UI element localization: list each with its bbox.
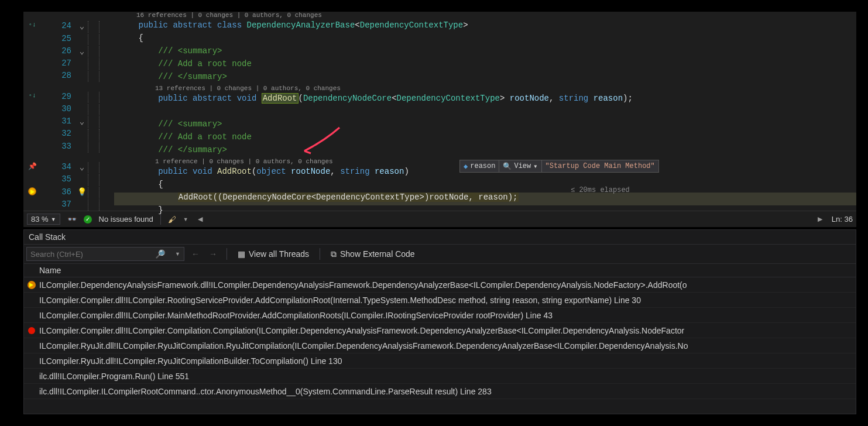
chevron-down-icon[interactable]: ▼ [51,217,56,222]
stack-frame[interactable]: ILCompiler.Compiler.dll!ILCompiler.MainM… [24,308,856,323]
code-area[interactable]: ◦↓ 24 ⌄ 25 26⌄ 27 28 ◦↓ 29 3 [23,12,856,211]
stack-frame[interactable]: ILCompiler.Compiler.dll!ILCompiler.Rooti… [24,293,856,308]
nav-forward-icon[interactable]: → [207,249,219,259]
call-stack-search[interactable]: 🔎 ▼ [26,247,184,261]
code-text[interactable]: 16 references | 0 changes | 0 authors, 0… [114,12,856,211]
perf-tip[interactable]: ≤ 20ms elapsed [571,186,630,194]
stack-frame[interactable]: ILCompiler.Compiler.dll!ILCompiler.Compi… [24,323,856,338]
implements-glyph[interactable]: ◦↓ [28,92,36,99]
threads-icon: ▦ [238,249,245,259]
line-number: 36 [41,187,76,197]
line-number: 29 [41,92,76,101]
stack-frame[interactable]: ILCompiler.RyuJit.dll!ILCompiler.RyuJitC… [24,353,856,369]
stack-frame-text: ILCompiler.RyuJit.dll!ILCompiler.RyuJitC… [37,356,342,366]
chevron-down-icon[interactable]: ▼ [175,251,180,257]
call-stack-toolbar: 🔎 ▼ ← → ▦View all Threads ⧉Show External… [24,245,856,264]
debugger-datatip[interactable]: ◆reason 🔍View▾ "Startup Code Main Method… [459,160,659,173]
line-number: 37 [41,200,76,209]
search-icon[interactable]: 🔎 [155,249,165,259]
line-number: 24 [41,21,76,30]
line-number: 25 [41,34,76,43]
lightbulb-icon[interactable]: 💡 [77,188,87,197]
breakpoint-glyph[interactable] [28,327,35,334]
external-code-icon: ⧉ [331,249,337,259]
line-number: 27 [41,59,76,68]
chevron-down-icon[interactable]: ▾ [533,162,537,171]
nav-back-icon[interactable]: ← [189,249,202,259]
stack-frame-text: ilc.dll!ILCompiler.ILCompilerRootCommand… [37,387,492,396]
search-icon[interactable]: 🔍 [503,162,512,171]
no-issues-icon: ✓ [84,215,92,224]
call-stack-rows: ILCompiler.DependencyAnalysisFramework.d… [24,277,856,414]
stack-frame-text: ILCompiler.Compiler.dll!ILCompiler.MainM… [37,311,553,320]
stack-frame-text: ILCompiler.Compiler.dll!ILCompiler.Rooti… [37,296,641,305]
stack-frame[interactable]: ilc.dll!ILCompiler.ILCompilerRootCommand… [24,384,856,399]
view-all-threads-button[interactable]: ▦View all Threads [234,248,313,260]
stack-frame-text: ILCompiler.DependencyAnalysisFramework.d… [37,280,687,290]
implements-glyph[interactable]: ◦↓ [28,21,36,28]
panel-title: Call Stack [24,230,856,245]
status-icon[interactable]: 👓 [67,215,77,224]
line-number: 34 [41,162,76,171]
current-frame-glyph [28,281,36,289]
line-number: 35 [41,174,76,184]
field-icon: ◆ [464,162,468,171]
datatip-name: reason [470,162,495,170]
datatip-value: "Startup Code Main Method" [545,162,655,170]
code-editor-pane: ◦↓ 24 ⌄ 25 26⌄ 27 28 ◦↓ 29 3 [23,12,856,227]
line-number: 32 [41,129,76,138]
call-stack-window: Call Stack 🔎 ▼ ← → ▦View all Threads ⧉Sh… [23,229,856,414]
stack-frame-text: ilc.dll!ILCompiler.Program.Run() Line 55… [37,372,189,381]
codelens[interactable]: 16 references | 0 changes | 0 authors, 0… [114,12,856,20]
search-input[interactable] [30,250,147,259]
line-number: 31 [41,116,76,126]
stack-frame-text: ILCompiler.Compiler.dll!ILCompiler.Compi… [37,326,684,335]
current-statement-glyph[interactable] [28,187,36,195]
fold-toggle[interactable]: ⌄ [76,46,88,56]
stack-frame[interactable]: ilc.dll!ILCompiler.Program.Run() Line 55… [24,369,856,384]
stack-frame[interactable]: ILCompiler.DependencyAnalysisFramework.d… [24,277,856,293]
current-execution-line: AddRoot((DependencyNodeCore<DependencyCo… [114,193,856,205]
codelens[interactable]: 13 references | 0 changes | 0 authors, 0… [114,85,856,94]
line-number: 30 [41,104,76,114]
line-number: 26 [41,46,76,56]
pin-glyph[interactable]: 📌 [28,162,37,171]
line-number: 28 [41,71,76,80]
line-number: 33 [41,142,76,151]
fold-toggle[interactable]: ⌄ [76,162,88,172]
show-external-code-button[interactable]: ⧉Show External Code [327,248,418,260]
zoom-level[interactable]: 83 %▼ [27,214,60,225]
datatip-view[interactable]: View [514,162,531,170]
fold-toggle[interactable]: ⌄ [76,21,88,31]
method-name-highlight: AddRoot [262,93,299,104]
fold-toggle[interactable]: ⌄ [76,116,88,126]
column-header-name[interactable]: Name [24,264,856,277]
stack-frame-text: ILCompiler.RyuJit.dll!ILCompiler.RyuJitC… [37,341,688,351]
gutter: ◦↓ 24 ⌄ 25 26⌄ 27 28 ◦↓ 29 3 [23,12,114,211]
stack-frame[interactable]: ILCompiler.RyuJit.dll!ILCompiler.RyuJitC… [24,338,856,353]
